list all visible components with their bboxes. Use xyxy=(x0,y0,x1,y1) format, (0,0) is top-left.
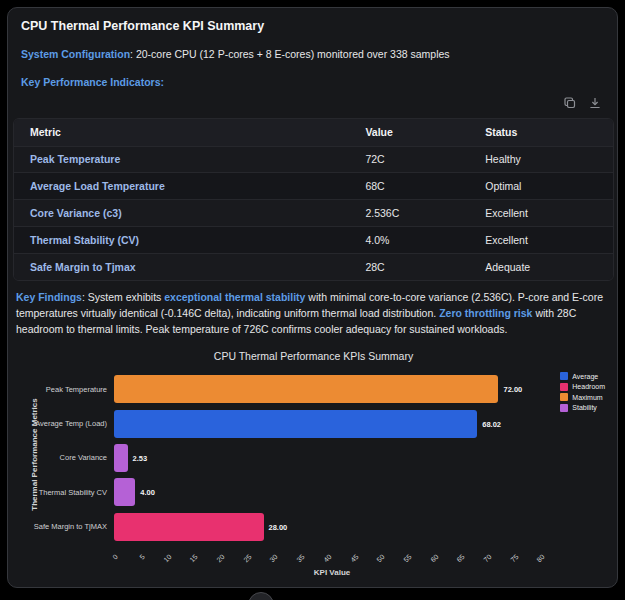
column-header-value: Value xyxy=(349,119,469,146)
legend-label: Headroom xyxy=(572,383,605,390)
chart-x-tick: 0 xyxy=(111,553,119,561)
chart-bar-value: 72.00 xyxy=(503,385,522,394)
column-header-metric: Metric xyxy=(14,119,349,146)
table-cell-metric: Safe Margin to Tjmax xyxy=(14,253,349,280)
table-cell-status: Excellent xyxy=(469,200,613,227)
chart-x-tick: 50 xyxy=(375,553,385,563)
table-row: Thermal Stability (CV)4.0%Excellent xyxy=(14,226,613,253)
kpi-table-body: Peak Temperature72CHealthyAverage Load T… xyxy=(14,146,613,280)
copy-icon[interactable] xyxy=(563,96,577,110)
legend-item: Average xyxy=(560,372,605,380)
table-cell-metric: Thermal Stability (CV) xyxy=(14,226,349,253)
legend-label: Stability xyxy=(572,404,597,411)
chart-x-tick: 70 xyxy=(482,553,492,563)
legend-item: Maximum xyxy=(560,393,605,401)
download-icon[interactable] xyxy=(588,96,602,110)
table-cell-metric: Core Variance (c3) xyxy=(14,200,349,227)
chart-bar-value: 2.53 xyxy=(133,453,148,462)
legend-label: Average xyxy=(572,373,598,380)
key-findings-segment: exceptional thermal stability xyxy=(164,291,305,303)
chart-bar-area: 72.00 xyxy=(114,372,550,406)
chart-category-label: Safe Margin to TjMAX xyxy=(8,522,114,531)
column-header-status: Status xyxy=(469,119,613,146)
table-cell-status: Optimal xyxy=(469,173,613,200)
chart-category-label: Average Temp (Load) xyxy=(8,419,114,428)
chart-bar-value: 4.00 xyxy=(140,488,155,497)
chart-x-tick: 65 xyxy=(456,553,466,563)
system-config-text: : 20-core CPU (12 P-cores + 8 E-cores) m… xyxy=(130,48,450,60)
table-cell-status: Adequate xyxy=(469,253,613,280)
legend-item: Stability xyxy=(560,404,605,412)
kpi-table: Metric Value Status Peak Temperature72CH… xyxy=(14,119,613,280)
key-findings-segment: Zero throttling risk xyxy=(439,307,532,319)
chart-category-label: Thermal Stability CV xyxy=(8,488,114,497)
chart-category-label: Peak Temperature xyxy=(8,385,114,394)
legend-swatch xyxy=(560,383,568,391)
chart-x-tick: 10 xyxy=(162,553,172,563)
table-cell-value: 2.536C xyxy=(349,200,469,227)
chart-bar[interactable] xyxy=(114,444,128,472)
chart-bar[interactable] xyxy=(114,478,135,506)
table-cell-value: 4.0% xyxy=(349,226,469,253)
chart-bar[interactable] xyxy=(114,410,477,438)
key-findings-segment: : System exhibits xyxy=(82,291,164,303)
chart-x-tick: 20 xyxy=(215,553,225,563)
table-cell-value: 72C xyxy=(349,146,469,173)
chart-title: CPU Thermal Performance KPIs Summary xyxy=(8,350,618,362)
chart-plot: Peak Temperature72.00Average Temp (Load)… xyxy=(8,372,550,544)
table-cell-value: 28C xyxy=(349,253,469,280)
chart-x-tick: 5 xyxy=(138,553,146,561)
chart-x-tick: 30 xyxy=(269,553,279,563)
table-header-row: Metric Value Status xyxy=(14,119,613,146)
chart-bar-area: 4.00 xyxy=(114,475,550,509)
chart-x-tick: 15 xyxy=(189,553,199,563)
chart-bar-area: 68.02 xyxy=(114,406,550,440)
chart-bar-row: Safe Margin to TjMAX28.00 xyxy=(8,510,550,544)
key-findings-segment: Key Findings xyxy=(16,291,82,303)
table-cell-value: 68C xyxy=(349,173,469,200)
legend-swatch xyxy=(560,393,568,401)
legend-swatch xyxy=(560,404,568,412)
key-findings: Key Findings: System exhibits exceptiona… xyxy=(16,289,615,338)
page-title: CPU Thermal Performance KPI Summary xyxy=(21,19,264,33)
chart-bar-value: 28.00 xyxy=(269,522,288,531)
chart-bar-area: 28.00 xyxy=(114,510,550,544)
chart-category-label: Core Variance xyxy=(8,453,114,462)
table-toolbar xyxy=(563,96,602,110)
table-cell-status: Excellent xyxy=(469,226,613,253)
kpi-heading: Key Performance Indicators: xyxy=(21,76,164,88)
report-card: CPU Thermal Performance KPI Summary Syst… xyxy=(7,7,618,588)
chart-x-tick: 40 xyxy=(322,553,332,563)
chart-bar-row: Thermal Stability CV4.00 xyxy=(8,475,550,509)
chart-x-tick: 55 xyxy=(402,553,412,563)
chart-x-tick: 75 xyxy=(509,553,519,563)
chart-x-tick: 80 xyxy=(536,553,546,563)
table-row: Average Load Temperature68COptimal xyxy=(14,173,613,200)
table-row: Peak Temperature72CHealthy xyxy=(14,146,613,173)
kpi-table-wrap: Metric Value Status Peak Temperature72CH… xyxy=(13,118,614,281)
chart-legend: AverageHeadroomMaximumStability xyxy=(560,372,605,414)
table-cell-status: Healthy xyxy=(469,146,613,173)
chart-x-tick: 60 xyxy=(429,553,439,563)
table-cell-metric: Peak Temperature xyxy=(14,146,349,173)
table-row: Core Variance (c3)2.536CExcellent xyxy=(14,200,613,227)
chart-x-tick: 25 xyxy=(242,553,252,563)
chart-bar[interactable] xyxy=(114,513,264,541)
chart-bar[interactable] xyxy=(114,375,498,403)
table-cell-metric: Average Load Temperature xyxy=(14,173,349,200)
chart-x-tick: 45 xyxy=(349,553,359,563)
chart-bar-row: Average Temp (Load)68.02 xyxy=(8,406,550,440)
chart-x-ticks: 05101520253035404550556065707580 xyxy=(114,548,550,570)
chart-x-tick: 35 xyxy=(295,553,305,563)
scroll-indicator-partial[interactable] xyxy=(248,592,274,600)
table-row: Safe Margin to Tjmax28CAdequate xyxy=(14,253,613,280)
chart-bar-row: Peak Temperature72.00 xyxy=(8,372,550,406)
system-config-line: System Configuration: 20-core CPU (12 P-… xyxy=(21,48,450,60)
legend-label: Maximum xyxy=(572,394,602,401)
kpi-bar-chart: CPU Thermal Performance KPIs Summary Ave… xyxy=(8,342,618,588)
legend-item: Headroom xyxy=(560,383,605,391)
chart-bar-area: 2.53 xyxy=(114,441,550,475)
system-config-label: System Configuration xyxy=(21,48,130,60)
legend-swatch xyxy=(560,372,568,380)
chart-bar-value: 68.02 xyxy=(482,419,501,428)
